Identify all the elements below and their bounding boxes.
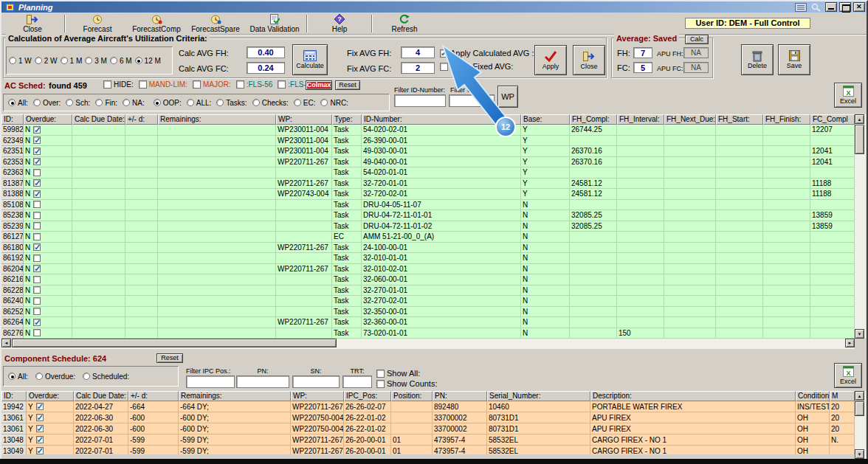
column-header-wp[interactable]: WP: [291,391,344,401]
column-header-id-number[interactable]: ID-Number: [362,114,521,125]
toolbar-button-forecast[interactable]: Forecast [68,13,127,34]
table-row[interactable]: 59982NWP230011-004Task54-020-02-01Y26744… [1,125,855,136]
row-checkbox[interactable] [33,179,41,187]
table-row[interactable]: 13061Y2022-06-30-600-600 DY;WP220750-004… [1,412,855,423]
calculate-button[interactable]: Calculate [292,44,328,75]
colmax-button[interactable]: Colmax [306,80,332,90]
calc-close-button[interactable]: Close [573,45,605,75]
fc-field[interactable]: 5 [633,62,652,73]
row-checkbox[interactable] [33,297,41,305]
ac-horizontal-scrollbar[interactable] [1,339,855,349]
column-header-m[interactable]: M [830,391,855,401]
filter-id-number-input[interactable] [394,94,446,107]
ac-status-sch[interactable]: Sch: [66,99,90,107]
calc-avg-fh-field[interactable]: 0.40 [247,46,285,58]
minimize-button[interactable] [825,2,837,12]
row-checkbox[interactable] [33,243,41,251]
table-row[interactable]: 86240NTask32-270-02-01N [1,296,855,307]
column-header-fh-next-due[interactable]: FH_Next_Due: [664,114,716,125]
row-checkbox[interactable] [33,126,41,134]
ac-filter-hide[interactable]: HIDE: [103,80,134,89]
row-checkbox[interactable] [33,169,41,176]
column-header-fh-interval[interactable]: FH_Interval: [617,114,664,125]
column-header-overdue[interactable]: Overdue: [24,114,72,125]
table-row[interactable]: 62353NWP220711-267Task49-040-00-01Y26370… [1,157,855,168]
column-header-calc-due-date[interactable]: Calc Due Date: [74,391,128,401]
ac-reset-button[interactable]: Reset [335,80,360,90]
apply-fixed-avg-checkbox[interactable]: Apply Fixed AVG: [440,62,513,71]
column-header-fh-compl[interactable]: FH_Compl: [570,114,617,125]
ac-vertical-scrollbar[interactable] [855,114,866,339]
pn-input[interactable] [236,375,289,388]
column-header-calc-due-date[interactable]: Calc Due Date: [72,114,125,125]
row-checkbox[interactable] [33,201,41,208]
row-checkbox[interactable] [33,286,41,294]
column-header-pn[interactable]: PN: [433,391,487,401]
table-row[interactable]: 86216NTask32-060-00-01N [1,274,855,285]
toolbar-button-data-validation[interactable]: Data Validation [245,13,304,34]
avg-calc-button[interactable]: Calc [685,35,709,44]
comp-view-overdue[interactable]: Overdue: [35,373,75,381]
ac-status-fin[interactable]: Fin: [95,99,117,107]
calc-avg-fc-field[interactable]: 0.24 [247,62,285,74]
column-header-id[interactable]: ID: [1,114,24,125]
column-header-overdue[interactable]: Overdue: [27,391,74,401]
toolbar-button-close[interactable]: Close [3,13,62,34]
scroll-down-button[interactable] [855,449,864,459]
scroll-left-button[interactable] [1,339,11,347]
row-checkbox[interactable] [33,233,41,240]
toolbar-button-forecastspare[interactable]: ForecastSpare [186,13,245,34]
column-header-ipc-pos[interactable]: IPC_Pos: [344,391,391,401]
scroll-thumb[interactable] [855,401,864,416]
row-checkbox[interactable] [36,425,44,432]
component-excel-button[interactable]: X Excel [834,363,862,388]
fix-avg-fh-field[interactable]: 4 [401,46,435,58]
ac-type-oop[interactable]: OOP: [154,99,182,107]
ac-status-all[interactable]: All: [8,99,28,107]
trt-input[interactable] [342,375,372,388]
table-row[interactable]: 86252NTask32-350-00-01N [1,307,855,318]
table-row[interactable]: 13049Y2022-07-01-599-599 DY;WP220711-267… [1,446,855,454]
ac-type-ec[interactable]: EC: [294,99,316,107]
show-all-checkbox[interactable]: Show All: [376,369,420,378]
close-window-button[interactable] [853,2,865,12]
column-header-remainings[interactable]: Remainings: [158,114,276,125]
column-header-fc-compl[interactable]: FC_Compl [810,114,855,125]
delete-button[interactable]: Delete [741,44,774,75]
column-header-fh-finish[interactable]: FH_Finish: [763,114,810,125]
table-row[interactable]: 86204NWP220711-267Task32-010-02-01N [1,264,855,275]
table-row[interactable]: 86192NTask32-010-01-01N [1,253,855,264]
scroll-thumb[interactable] [12,339,337,347]
ac-type-tasks[interactable]: Tasks: [216,99,247,107]
apply-button[interactable]: Apply [534,45,567,75]
table-row[interactable]: 62349NWP230011-004Task26-390-00-01Y [1,136,855,147]
table-row[interactable]: 81388NWP220743-004Task32-720-02-01Y24581… [1,189,855,200]
row-checkbox[interactable] [33,254,41,262]
table-row[interactable]: 85108NTaskDRU-04-05-11-07N [1,200,855,211]
maximize-button[interactable] [839,2,851,12]
table-row[interactable]: 13048Y2022-07-01-599-599 DY;WP220711-267… [1,434,855,446]
show-counts-checkbox[interactable]: Show Counts: [376,379,437,388]
toolbar-button-forecastcomp[interactable]: ForecastComp [127,13,186,34]
scroll-right-button[interactable] [845,339,855,347]
table-row[interactable]: 62363NTask54-020-01-01Y [1,167,855,179]
ac-status-over[interactable]: Over: [33,99,61,107]
table-row[interactable]: 86228NTask32-270-01-01N [1,285,855,297]
save-button[interactable]: Save [778,44,810,75]
column-header-serial-number[interactable]: Serial_Number: [487,391,590,401]
ac-status-na[interactable]: NA: [123,99,145,107]
toolbar-button-help[interactable]: ?Help [310,13,369,34]
row-checkbox[interactable] [33,308,41,315]
fix-avg-fc-field[interactable]: 2 [401,62,435,74]
row-checkbox[interactable] [36,414,44,421]
column-header-remainings[interactable]: Remainings: [179,391,291,401]
wp-button[interactable]: WP [497,86,518,108]
titlebar-grid-icon[interactable] [794,2,807,12]
table-row[interactable]: 86276NTask73-020-01-01N150 [1,328,855,339]
scroll-up-button[interactable] [855,114,864,124]
row-checkbox[interactable] [36,447,44,454]
fh-field[interactable]: 7 [633,47,652,58]
ac-filter-major[interactable]: MAJOR: [193,80,231,89]
row-checkbox[interactable] [36,403,44,410]
row-checkbox[interactable] [33,222,41,229]
